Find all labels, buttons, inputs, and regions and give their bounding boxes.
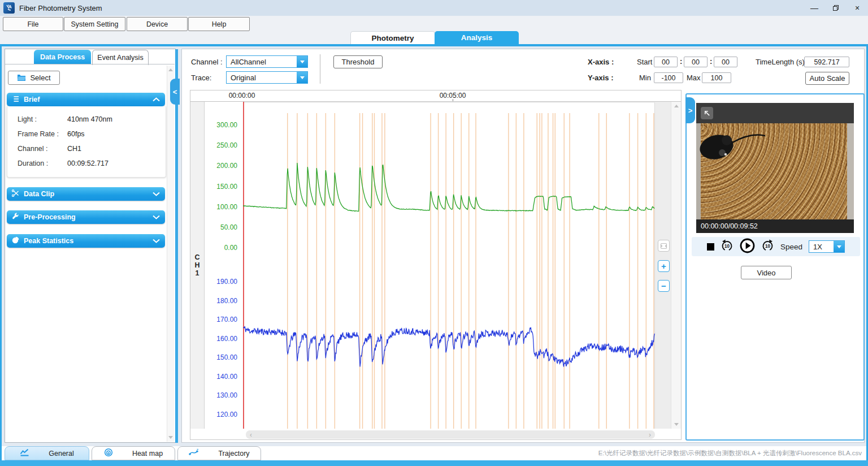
data-clip-section-header[interactable]: Data Clip bbox=[7, 187, 165, 201]
scroll-up-icon[interactable] bbox=[168, 68, 173, 71]
scroll-down-icon[interactable] bbox=[674, 423, 679, 426]
sidebar-scrollbar[interactable] bbox=[167, 66, 174, 442]
controls-divider bbox=[320, 54, 320, 84]
channel-column-label: CH1 bbox=[190, 102, 205, 429]
brief-value: 410nm 470nm bbox=[67, 115, 112, 123]
title-bar: Fiber Photometry System — × bbox=[0, 0, 868, 16]
bottom-tab-label: Heat map bbox=[132, 450, 163, 458]
brief-label: Duration : bbox=[18, 159, 67, 167]
y-tick-label: 180.00 bbox=[205, 297, 237, 305]
menu-system-setting[interactable]: System Setting bbox=[64, 17, 125, 31]
y-tick-label: 0.00 bbox=[205, 244, 237, 252]
vertical-scrollbar[interactable] bbox=[671, 102, 681, 429]
y-axis-label: Y-axis : bbox=[588, 74, 614, 82]
play-button[interactable] bbox=[740, 238, 755, 255]
tab-analysis[interactable]: Analysis bbox=[435, 31, 519, 44]
scroll-left-icon[interactable]: ‹ bbox=[250, 431, 252, 439]
video-panel-expand-handle[interactable]: > bbox=[685, 97, 695, 123]
brief-row-channel: Channel : CH1 bbox=[18, 145, 81, 153]
stop-button[interactable] bbox=[707, 243, 714, 251]
chevron-down-icon[interactable] bbox=[834, 241, 844, 252]
menu-device[interactable]: Device bbox=[127, 17, 188, 31]
window-edge-left bbox=[0, 46, 2, 460]
speed-select[interactable]: 1X bbox=[809, 240, 845, 253]
expand-video-icon[interactable] bbox=[701, 107, 713, 119]
trace-select-value: Original bbox=[231, 74, 256, 82]
forward-10-button[interactable]: 10 bbox=[761, 239, 774, 254]
menu-file[interactable]: File bbox=[3, 17, 63, 31]
y-tick-label: 50.00 bbox=[205, 223, 237, 231]
horizontal-scrollbar[interactable]: ‹ › bbox=[246, 430, 655, 439]
bottom-tab-trajectory[interactable]: Trajectory bbox=[177, 446, 261, 460]
chevron-down-icon[interactable] bbox=[297, 72, 307, 83]
window-edge-bottom bbox=[0, 460, 868, 466]
video-frame-image bbox=[696, 123, 854, 219]
chevron-down-icon[interactable] bbox=[153, 190, 160, 198]
trace-select[interactable]: Original bbox=[226, 71, 308, 84]
y-tick-label: 130.00 bbox=[205, 391, 237, 399]
channel-select[interactable]: AllChannel bbox=[226, 55, 308, 68]
pre-processing-section-header[interactable]: Pre-Processing bbox=[7, 210, 165, 224]
chevron-down-icon[interactable] bbox=[153, 213, 160, 221]
start-seconds-input[interactable] bbox=[714, 57, 737, 67]
threshold-button[interactable]: Threshold bbox=[333, 55, 383, 68]
rewind-10-button[interactable]: 10 bbox=[721, 239, 734, 254]
loaded-file-path: E:\光纤记录数据\光纤记录数据\示例数据\自测数据\BLA + 光遗传刺激\F… bbox=[598, 449, 862, 458]
auto-scale-button[interactable]: Auto Scale bbox=[805, 72, 849, 85]
x-tick-label: 00:05:00 bbox=[430, 92, 475, 100]
folder-icon bbox=[17, 74, 26, 83]
video-top-bar bbox=[696, 103, 854, 123]
tab-photometry[interactable]: Photometry bbox=[350, 31, 435, 45]
brief-row-frame-rate: Frame Rate : 60fps bbox=[18, 130, 85, 138]
scroll-down-icon[interactable] bbox=[168, 436, 173, 439]
chevron-up-icon[interactable] bbox=[153, 96, 160, 103]
y-tick-label: 300.00 bbox=[205, 121, 237, 129]
app-window: Fiber Photometry System — × File System … bbox=[0, 0, 868, 466]
peak-statistics-section-header[interactable]: Peak Statistics bbox=[7, 234, 165, 248]
start-hours-input[interactable] bbox=[654, 57, 678, 67]
y-tick-label: 100.00 bbox=[205, 203, 237, 211]
bottom-bar: General Heat map Trajectory E:\光纤记录数据\光纤… bbox=[2, 446, 866, 460]
line-chart-icon bbox=[20, 448, 29, 458]
sidebar-tab-event-analysis[interactable]: Event Analysis bbox=[92, 50, 149, 65]
menu-help[interactable]: Help bbox=[188, 17, 250, 31]
photometry-plot[interactable] bbox=[243, 102, 655, 429]
close-button[interactable]: × bbox=[847, 0, 868, 16]
scroll-right-icon[interactable]: › bbox=[649, 431, 651, 439]
video-controls: 10 10 Speed 1X bbox=[692, 237, 860, 256]
zoom-in-button[interactable]: + bbox=[658, 260, 670, 272]
channel-select-value: AllChannel bbox=[231, 58, 266, 66]
channel-label: Channel : bbox=[191, 58, 223, 66]
chevron-down-icon[interactable] bbox=[297, 56, 307, 67]
x-tick-mark bbox=[453, 99, 453, 101]
minimize-button[interactable]: — bbox=[804, 0, 825, 16]
data-clip-title: Data Clip bbox=[24, 190, 54, 198]
y-tick-label: 150.00 bbox=[205, 183, 237, 191]
y-max-input[interactable] bbox=[702, 72, 731, 83]
brief-row-light: Light : 410nm 470nm bbox=[18, 115, 112, 123]
bottom-tab-label: General bbox=[49, 450, 73, 458]
timelength-input[interactable] bbox=[804, 57, 849, 67]
sidebar-collapse-handle[interactable]: < bbox=[170, 79, 180, 105]
y-tick-label: 120.00 bbox=[205, 411, 237, 418]
video-viewport[interactable]: 00:00:00/00:09:52 bbox=[696, 103, 854, 233]
video-button[interactable]: Video bbox=[741, 266, 792, 279]
scroll-up-icon[interactable] bbox=[674, 105, 679, 107]
trajectory-icon bbox=[189, 448, 199, 458]
start-minutes-input[interactable] bbox=[684, 57, 708, 67]
y-tick-label: 140.00 bbox=[205, 373, 237, 381]
app-logo-icon bbox=[3, 2, 15, 14]
bottom-tab-general[interactable]: General bbox=[5, 446, 89, 460]
fit-view-button[interactable] bbox=[658, 240, 670, 252]
select-file-label: Select bbox=[30, 74, 50, 82]
min-label: Min bbox=[639, 74, 651, 82]
zoom-out-button[interactable]: − bbox=[658, 280, 670, 292]
mouse-figure bbox=[697, 124, 771, 170]
select-file-button[interactable]: Select bbox=[8, 71, 60, 85]
brief-section-header[interactable]: Brief bbox=[7, 93, 165, 106]
y-min-input[interactable] bbox=[654, 72, 683, 83]
chevron-down-icon[interactable] bbox=[153, 237, 160, 245]
bottom-tab-heat-map[interactable]: Heat map bbox=[92, 446, 175, 460]
maximize-button[interactable] bbox=[825, 0, 847, 16]
sidebar-tab-data-process[interactable]: Data Process bbox=[34, 50, 91, 64]
